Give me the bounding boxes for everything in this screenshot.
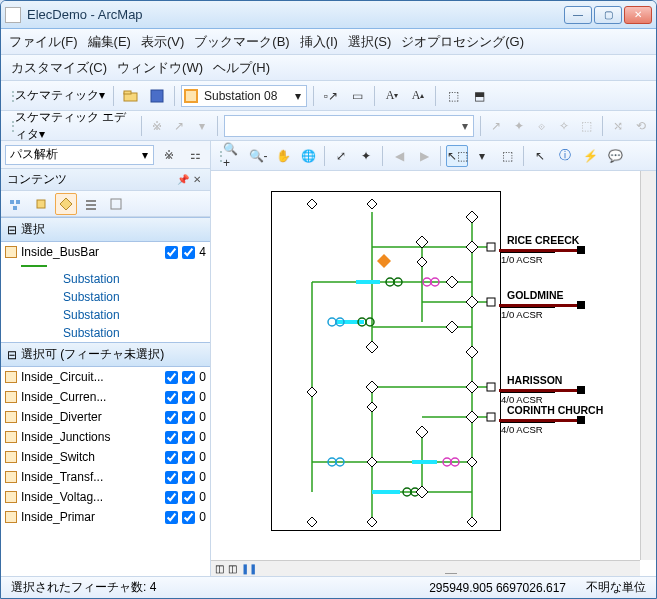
sel-checkbox[interactable] [182, 391, 195, 404]
selection-group[interactable]: ⊟ 選択 [1, 217, 210, 242]
tool-2[interactable]: ▭ [346, 85, 368, 107]
minimize-button[interactable]: — [564, 6, 592, 24]
substation-link[interactable]: Substation [1, 324, 210, 342]
editor-combo[interactable]: ▾ [224, 115, 474, 137]
layer-item[interactable]: Inside_Primar0 [1, 507, 210, 527]
menu-window[interactable]: ウィンドウ(W) [117, 59, 203, 77]
vis-checkbox[interactable] [165, 411, 178, 424]
vis-checkbox[interactable] [165, 246, 178, 259]
ed-3[interactable]: ▾ [193, 115, 212, 137]
ed-c1[interactable]: ⤭ [609, 115, 628, 137]
tool-1[interactable]: ▫↗ [320, 85, 342, 107]
identify-icon[interactable]: ⓘ [554, 145, 576, 167]
layer-busbar[interactable]: Inside_BusBar 4 [1, 242, 210, 262]
toc-view-4[interactable] [80, 193, 102, 215]
popup-icon[interactable]: 💬 [604, 145, 626, 167]
ed-b4[interactable]: ✧ [555, 115, 574, 137]
layer-item[interactable]: Inside_Junctions0 [1, 427, 210, 447]
open-diagram-icon[interactable] [120, 85, 142, 107]
substation-link[interactable]: Substation [1, 306, 210, 324]
menu-view[interactable]: 表示(V) [141, 33, 184, 51]
menu-customize[interactable]: カスタマイズ(C) [11, 59, 107, 77]
collapse-icon[interactable]: ⊟ [7, 223, 17, 237]
layer-item[interactable]: Inside_Circuit...0 [1, 367, 210, 387]
ed-c2[interactable]: ⟲ [631, 115, 650, 137]
back-icon[interactable]: ◀ [388, 145, 410, 167]
layer-item[interactable]: Inside_Voltag...0 [1, 487, 210, 507]
menu-geoprocessing[interactable]: ジオプロセシング(G) [401, 33, 524, 51]
layer-item[interactable]: Inside_Transf...0 [1, 467, 210, 487]
sel-checkbox[interactable] [182, 371, 195, 384]
clear-sel-icon[interactable]: ⬚ [496, 145, 518, 167]
ed-1[interactable]: ※ [147, 115, 166, 137]
ed-2[interactable]: ↗ [170, 115, 189, 137]
ed-b1[interactable]: ↗ [487, 115, 506, 137]
menu-selection[interactable]: 選択(S) [348, 33, 391, 51]
vis-checkbox[interactable] [165, 471, 178, 484]
forward-icon[interactable]: ▶ [413, 145, 435, 167]
tool-3[interactable]: ⬚ [442, 85, 464, 107]
menu-file[interactable]: ファイル(F) [9, 33, 78, 51]
layer-item[interactable]: Inside_Diverter0 [1, 407, 210, 427]
layer-dropdown[interactable]: Substation 08 ▾ [181, 85, 307, 107]
vis-checkbox[interactable] [165, 371, 178, 384]
toc-view-5[interactable] [105, 193, 127, 215]
sel-checkbox[interactable] [182, 451, 195, 464]
font-size-down[interactable]: A▾ [381, 85, 403, 107]
close-button[interactable]: ✕ [624, 6, 652, 24]
select-dd[interactable]: ▾ [471, 145, 493, 167]
sel-checkbox[interactable] [182, 431, 195, 444]
menu-edit[interactable]: 編集(E) [88, 33, 131, 51]
layer-item[interactable]: Inside_Switch0 [1, 447, 210, 467]
bottom-btn-2[interactable]: ◫ [228, 563, 237, 574]
map-canvas[interactable]: RICE CREECK1/0 ACSRGOLDMINE1/0 ACSRHARIS… [211, 181, 640, 560]
menu-help[interactable]: ヘルプ(H) [213, 59, 270, 77]
scroll-thumb[interactable]: ⎯⎯ [261, 563, 640, 574]
substation-link[interactable]: Substation [1, 270, 210, 288]
ed-b3[interactable]: ⟐ [532, 115, 551, 137]
path-btn-1[interactable]: ※ [158, 144, 180, 166]
vis-checkbox[interactable] [165, 451, 178, 464]
bottom-btn-3[interactable]: ❚❚ [241, 563, 257, 574]
font-size-up[interactable]: A▴ [407, 85, 429, 107]
map-view[interactable]: RICE CREECK1/0 ACSRGOLDMINE1/0 ACSRHARIS… [211, 171, 656, 576]
layer-item[interactable]: Inside_Curren...0 [1, 387, 210, 407]
pointer-icon[interactable]: ↖ [529, 145, 551, 167]
bottom-btn-1[interactable]: ◫ [215, 563, 224, 574]
toc-view-2[interactable] [30, 193, 52, 215]
substation-link[interactable]: Substation [1, 288, 210, 306]
sel-checkbox[interactable] [182, 411, 195, 424]
maximize-button[interactable]: ▢ [594, 6, 622, 24]
horizontal-scrollbar[interactable]: ◫ ◫ ❚❚ ⎯⎯ [211, 560, 640, 576]
vis-checkbox[interactable] [165, 511, 178, 524]
schematic-menu[interactable]: スケマティック▾ [15, 87, 105, 104]
toc-view-3[interactable] [55, 193, 77, 215]
sel-checkbox[interactable] [182, 491, 195, 504]
selectable-group[interactable]: ⊟ 選択可 (フィーチャ未選択) [1, 342, 210, 367]
menu-insert[interactable]: 挿入(I) [300, 33, 338, 51]
select-icon[interactable]: ↖⬚ [446, 145, 468, 167]
sel-checkbox[interactable] [182, 471, 195, 484]
vis-checkbox[interactable] [165, 491, 178, 504]
toc-close-icon[interactable]: ✕ [190, 174, 204, 185]
pan-icon[interactable]: ✋ [272, 145, 294, 167]
pin-icon[interactable]: 📌 [176, 174, 190, 185]
hyperlink-icon[interactable]: ⚡ [579, 145, 601, 167]
save-diagram-icon[interactable] [146, 85, 168, 107]
path-combo[interactable]: パス解析 ▾ [5, 145, 154, 165]
toc-tree[interactable]: ⊟ 選択 Inside_BusBar 4 Substation Substati… [1, 217, 210, 576]
editor-menu[interactable]: スケマティック エディタ▾ [15, 109, 133, 143]
zoom-step-in[interactable]: ⤢ [330, 145, 352, 167]
sel-checkbox[interactable] [182, 511, 195, 524]
sel-checkbox[interactable] [182, 246, 195, 259]
menu-bookmarks[interactable]: ブックマーク(B) [194, 33, 289, 51]
vis-checkbox[interactable] [165, 391, 178, 404]
zoom-step-out[interactable]: ✦ [355, 145, 377, 167]
zoom-out-icon[interactable]: 🔍- [247, 145, 269, 167]
collapse-icon[interactable]: ⊟ [7, 348, 17, 362]
zoom-in-icon[interactable]: 🔍+ [222, 145, 244, 167]
path-btn-2[interactable]: ⚏ [184, 144, 206, 166]
vis-checkbox[interactable] [165, 431, 178, 444]
toc-view-1[interactable] [5, 193, 27, 215]
ed-b5[interactable]: ⬚ [577, 115, 596, 137]
